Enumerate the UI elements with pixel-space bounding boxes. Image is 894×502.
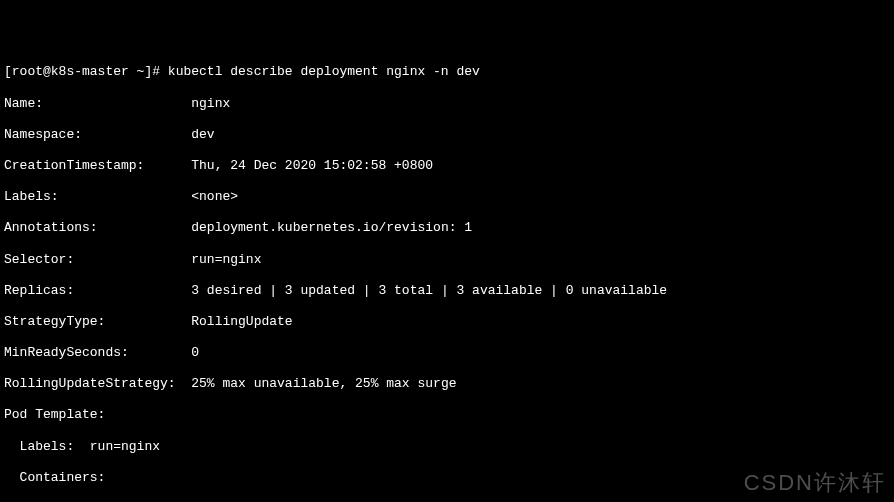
- field-strategy-type: StrategyType: RollingUpdate: [4, 314, 890, 330]
- pod-template-header: Pod Template:: [4, 407, 890, 423]
- prompt-line-1[interactable]: [root@k8s-master ~]# kubectl describe de…: [4, 64, 890, 80]
- command-text: kubectl describe deployment nginx -n dev: [168, 64, 480, 79]
- field-selector: Selector: run=nginx: [4, 252, 890, 268]
- field-min-ready-seconds: MinReadySeconds: 0: [4, 345, 890, 361]
- field-creation-timestamp: CreationTimestamp: Thu, 24 Dec 2020 15:0…: [4, 158, 890, 174]
- field-rolling-update-strategy: RollingUpdateStrategy: 25% max unavailab…: [4, 376, 890, 392]
- pod-template-labels: Labels: run=nginx: [4, 439, 890, 455]
- field-replicas: Replicas: 3 desired | 3 updated | 3 tota…: [4, 283, 890, 299]
- pod-template-containers: Containers:: [4, 470, 890, 486]
- field-annotations: Annotations: deployment.kubernetes.io/re…: [4, 220, 890, 236]
- field-name: Name: nginx: [4, 96, 890, 112]
- shell-prompt: [root@k8s-master ~]#: [4, 64, 168, 79]
- field-labels: Labels: <none>: [4, 189, 890, 205]
- field-namespace: Namespace: dev: [4, 127, 890, 143]
